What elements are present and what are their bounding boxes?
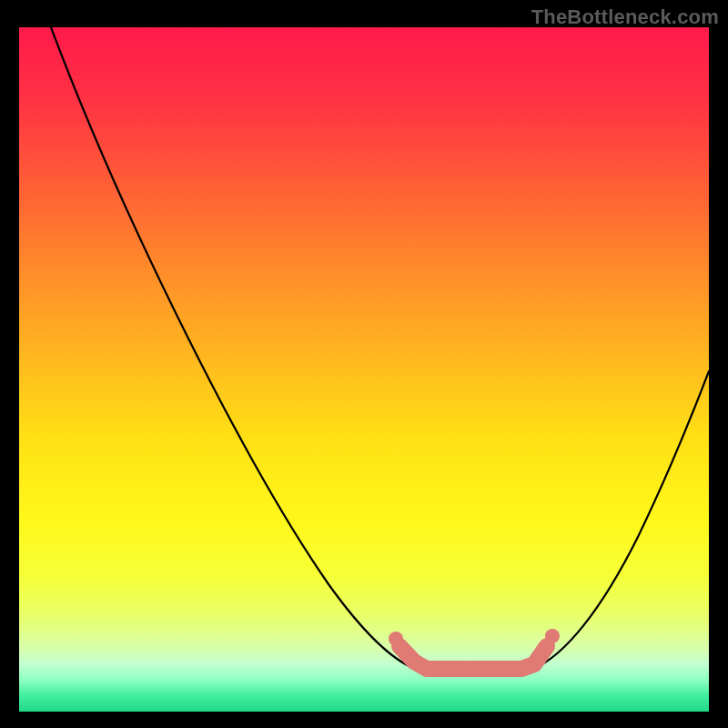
gradient-background — [19, 27, 709, 712]
valley-dot — [545, 629, 560, 643]
plot-area — [19, 27, 709, 712]
valley-dot — [389, 632, 403, 646]
valley-dot — [536, 643, 551, 658]
chart-svg — [19, 27, 709, 712]
valley-dot — [399, 647, 414, 662]
chart-frame: TheBottleneck.com — [0, 0, 728, 728]
watermark-text: TheBottleneck.com — [531, 5, 719, 29]
